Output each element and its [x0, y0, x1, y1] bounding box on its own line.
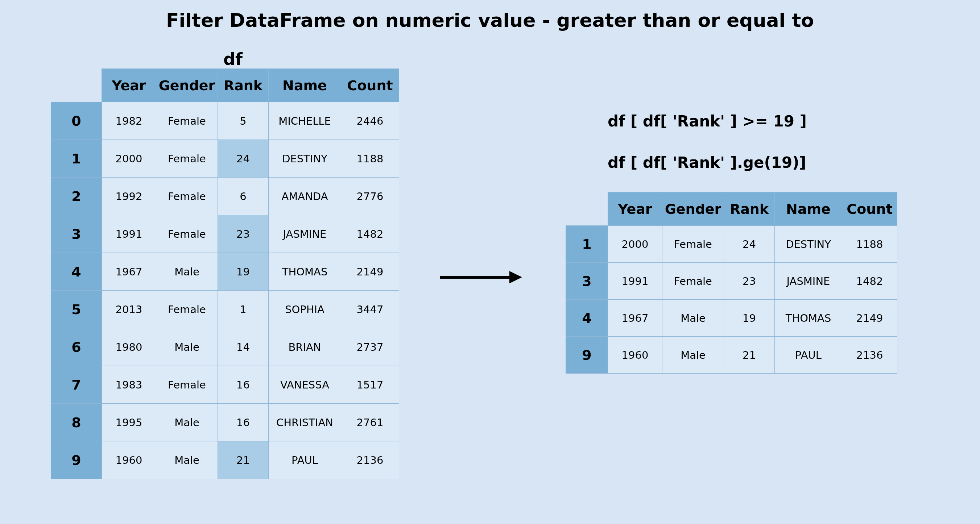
col-header-rank: Rank — [724, 192, 775, 226]
col-header-year: Year — [608, 192, 662, 226]
cell: 1995 — [102, 404, 156, 441]
cell: 2000 — [102, 140, 156, 178]
cell: 19 — [724, 300, 775, 337]
cell: 23 — [724, 263, 775, 300]
col-header-name: Name — [269, 69, 341, 102]
table-corner — [566, 192, 608, 226]
cell: 2776 — [341, 178, 399, 215]
cell: Male — [156, 441, 218, 479]
cell: 2737 — [341, 328, 399, 366]
cell: 2136 — [341, 441, 399, 479]
col-header-rank: Rank — [218, 69, 269, 102]
row-index: 1 — [51, 140, 102, 178]
cell: 2149 — [341, 253, 399, 291]
cell: 1482 — [842, 263, 897, 300]
cell: DESTINY — [775, 226, 842, 263]
row-index: 4 — [566, 300, 608, 337]
row-index: 8 — [51, 404, 102, 441]
svg-marker-1 — [509, 271, 522, 283]
cell: 19 — [218, 253, 269, 291]
cell: 1960 — [608, 337, 662, 374]
cell: DESTINY — [269, 140, 341, 178]
cell: 1983 — [102, 366, 156, 404]
row-index: 7 — [51, 366, 102, 404]
table-corner — [51, 69, 102, 102]
table-row: 81995Male16CHRISTIAN2761 — [51, 404, 399, 441]
cell: 1991 — [102, 215, 156, 253]
cell: Female — [156, 366, 218, 404]
cell: BRIAN — [269, 328, 341, 366]
row-index: 9 — [51, 441, 102, 479]
cell: PAUL — [269, 441, 341, 479]
col-header-name: Name — [775, 192, 842, 226]
cell: 3447 — [341, 291, 399, 328]
cell: 2446 — [341, 102, 399, 140]
right-dataframe-table: Year Gender Rank Name Count 12000Female2… — [566, 192, 897, 374]
cell: 21 — [724, 337, 775, 374]
cell: 16 — [218, 366, 269, 404]
row-index: 0 — [51, 102, 102, 140]
cell: Female — [156, 178, 218, 215]
cell: 2761 — [341, 404, 399, 441]
table-row: 31991Female23JASMINE1482 — [51, 215, 399, 253]
col-header-gender: Gender — [156, 69, 218, 102]
cell: 6 — [218, 178, 269, 215]
code-expression-2: df [ df[ 'Rank' ].ge(19)] — [608, 154, 807, 171]
row-index: 3 — [566, 263, 608, 300]
row-index: 9 — [566, 337, 608, 374]
row-index: 4 — [51, 253, 102, 291]
cell: SOPHIA — [269, 291, 341, 328]
cell: MICHELLE — [269, 102, 341, 140]
cell: 1482 — [341, 215, 399, 253]
table-row: 71983Female16VANESSA1517 — [51, 366, 399, 404]
row-index: 5 — [51, 291, 102, 328]
table-row: 91960Male21PAUL2136 — [51, 441, 399, 479]
cell: 1967 — [608, 300, 662, 337]
table-row: 21992Female6AMANDA2776 — [51, 178, 399, 215]
cell: Male — [156, 253, 218, 291]
cell: PAUL — [775, 337, 842, 374]
cell: 24 — [724, 226, 775, 263]
cell: Female — [156, 215, 218, 253]
table-row: 41967Male19THOMAS2149 — [51, 253, 399, 291]
cell: Male — [662, 337, 724, 374]
table-row: 01982Female5MICHELLE2446 — [51, 102, 399, 140]
cell: 1991 — [608, 263, 662, 300]
cell: 23 — [218, 215, 269, 253]
row-index: 1 — [566, 226, 608, 263]
cell: 2149 — [842, 300, 897, 337]
row-index: 6 — [51, 328, 102, 366]
cell: 5 — [218, 102, 269, 140]
col-header-count: Count — [341, 69, 399, 102]
cell: 1517 — [341, 366, 399, 404]
cell: 16 — [218, 404, 269, 441]
cell: Female — [156, 291, 218, 328]
cell: 2000 — [608, 226, 662, 263]
cell: AMANDA — [269, 178, 341, 215]
col-header-count: Count — [842, 192, 897, 226]
cell: CHRISTIAN — [269, 404, 341, 441]
cell: 1 — [218, 291, 269, 328]
cell: THOMAS — [269, 253, 341, 291]
cell: JASMINE — [269, 215, 341, 253]
col-header-gender: Gender — [662, 192, 724, 226]
left-table-caption: df — [223, 49, 243, 69]
cell: THOMAS — [775, 300, 842, 337]
cell: 2013 — [102, 291, 156, 328]
table-row: 12000Female24DESTINY1188 — [51, 140, 399, 178]
code-expression-1: df [ df[ 'Rank' ] >= 19 ] — [608, 112, 807, 130]
table-row: 52013Female1SOPHIA3447 — [51, 291, 399, 328]
cell: VANESSA — [269, 366, 341, 404]
cell: Female — [662, 226, 724, 263]
cell: Female — [156, 102, 218, 140]
cell: Male — [662, 300, 724, 337]
cell: 1188 — [842, 226, 897, 263]
table-row: 31991Female23JASMINE1482 — [566, 263, 897, 300]
cell: 1980 — [102, 328, 156, 366]
cell: 14 — [218, 328, 269, 366]
cell: Male — [156, 404, 218, 441]
cell: 1992 — [102, 178, 156, 215]
cell: 1960 — [102, 441, 156, 479]
cell: 21 — [218, 441, 269, 479]
table-row: 41967Male19THOMAS2149 — [566, 300, 897, 337]
